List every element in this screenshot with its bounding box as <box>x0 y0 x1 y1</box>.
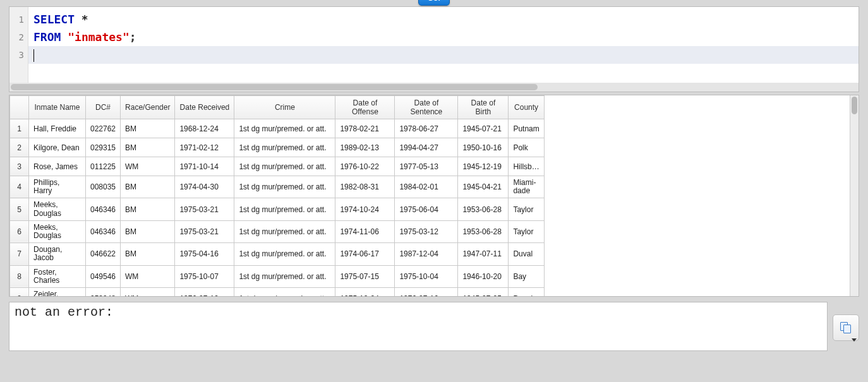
cell-dr[interactable]: 1975-10-07 <box>175 265 234 287</box>
table-row[interactable]: 9Zeigler,William053948WM1976-07-191st dg… <box>10 287 545 296</box>
cell-crime[interactable]: 1st dg mur/premed. or att. <box>234 157 335 176</box>
cell-do[interactable]: 1975-12-24 <box>335 287 395 296</box>
column-header[interactable]: Inmate Name <box>29 96 86 119</box>
cell-name[interactable]: Rose, James <box>29 157 86 176</box>
cell-db[interactable]: 1945-07-25 <box>458 287 509 296</box>
cell-dr[interactable]: 1975-04-16 <box>175 243 234 265</box>
cell-ds[interactable]: 1977-05-13 <box>395 157 458 176</box>
cell-name[interactable]: Zeigler,William <box>29 287 86 296</box>
cell-dr[interactable]: 1975-03-21 <box>175 198 234 220</box>
cell-county[interactable]: Taylor <box>509 220 544 242</box>
cell-ds[interactable]: 1984-02-01 <box>395 176 458 198</box>
cell-dr[interactable]: 1974-04-30 <box>175 176 234 198</box>
column-header[interactable]: Date Received <box>175 96 234 119</box>
cell-rg[interactable]: BM <box>121 119 175 138</box>
cell-rg[interactable]: BM <box>121 198 175 220</box>
cell-dc[interactable]: 008035 <box>86 176 121 198</box>
cell-ds[interactable]: 1978-06-27 <box>395 119 458 138</box>
cell-county[interactable]: Putnam <box>509 119 544 138</box>
cell-rg[interactable]: BM <box>121 138 175 157</box>
table-row[interactable]: 1Hall, Freddie022762BM1968-12-241st dg m… <box>10 119 545 138</box>
cell-ds[interactable]: 1987-12-04 <box>395 243 458 265</box>
cell-rg[interactable]: BM <box>121 243 175 265</box>
table-row[interactable]: 5Meeks,Douglas046346BM1975-03-211st dg m… <box>10 198 545 220</box>
cell-db[interactable]: 1953-06-28 <box>458 220 509 242</box>
cell-crime[interactable]: 1st dg mur/premed. or att. <box>234 176 335 198</box>
cell-dr[interactable]: 1976-07-19 <box>175 287 234 296</box>
cell-crime[interactable]: 1st dg mur/premed. or att. <box>234 243 335 265</box>
cell-ds[interactable]: 1975-06-04 <box>395 198 458 220</box>
cell-db[interactable]: 1950-10-16 <box>458 138 509 157</box>
cell-do[interactable]: 1989-02-13 <box>335 138 395 157</box>
cell-do[interactable]: 1976-10-22 <box>335 157 395 176</box>
cell-name[interactable]: Meeks,Douglas <box>29 198 86 220</box>
column-header[interactable]: DC# <box>86 96 121 119</box>
vertical-scrollbar[interactable] <box>850 95 859 296</box>
cell-db[interactable]: 1946-10-20 <box>458 265 509 287</box>
cell-ds[interactable]: 1994-04-27 <box>395 138 458 157</box>
table-row[interactable]: 6Meeks,Douglas046346BM1975-03-211st dg m… <box>10 220 545 242</box>
table-row[interactable]: 2Kilgore, Dean029315BM1971-02-121st dg m… <box>10 138 545 157</box>
cell-rg[interactable]: WM <box>121 287 175 296</box>
cell-do[interactable]: 1982-08-31 <box>335 176 395 198</box>
code-area[interactable]: SELECT * FROM "inmates"; <box>28 7 859 83</box>
cell-do[interactable]: 1975-07-15 <box>335 265 395 287</box>
cell-county[interactable]: Bay <box>509 265 544 287</box>
cell-county[interactable]: Hillsb… <box>509 157 544 176</box>
cell-dr[interactable]: 1971-02-12 <box>175 138 234 157</box>
cell-do[interactable]: 1974-10-24 <box>335 198 395 220</box>
cell-db[interactable]: 1947-07-11 <box>458 243 509 265</box>
cell-dr[interactable]: 1968-12-24 <box>175 119 234 138</box>
cell-name[interactable]: Meeks,Douglas <box>29 220 86 242</box>
table-row[interactable]: 8Foster,Charles049546WM1975-10-071st dg … <box>10 265 545 287</box>
cell-crime[interactable]: 1st dg mur/premed. or att. <box>234 220 335 242</box>
table-row[interactable]: 3Rose, James011225WM1971-10-141st dg mur… <box>10 157 545 176</box>
cell-dr[interactable]: 1971-10-14 <box>175 157 234 176</box>
cell-rg[interactable]: BM <box>121 220 175 242</box>
horizontal-scrollbar[interactable] <box>9 83 859 92</box>
column-header[interactable]: Race/Gender <box>121 96 175 119</box>
cell-county[interactable]: Duval <box>509 243 544 265</box>
cell-ds[interactable]: 1975-10-04 <box>395 265 458 287</box>
vertical-scroll-thumb[interactable] <box>852 97 857 114</box>
cell-db[interactable]: 1945-07-21 <box>458 119 509 138</box>
copy-button[interactable] <box>833 314 859 341</box>
column-header[interactable]: Date of Offense <box>335 96 395 119</box>
cell-dc[interactable]: 053948 <box>86 287 121 296</box>
cell-name[interactable]: Hall, Freddie <box>29 119 86 138</box>
cell-do[interactable]: 1978-02-21 <box>335 119 395 138</box>
cell-dc[interactable]: 011225 <box>86 157 121 176</box>
cell-dc[interactable]: 046346 <box>86 220 121 242</box>
row-number-header[interactable] <box>10 96 29 119</box>
horizontal-scroll-thumb[interactable] <box>11 84 538 90</box>
cell-dc[interactable]: 049546 <box>86 265 121 287</box>
cell-county[interactable]: Taylor <box>509 198 544 220</box>
cell-dc[interactable]: 029315 <box>86 138 121 157</box>
cell-name[interactable]: Foster,Charles <box>29 265 86 287</box>
cell-db[interactable]: 1945-04-21 <box>458 176 509 198</box>
cell-do[interactable]: 1974-06-17 <box>335 243 395 265</box>
run-button[interactable]: Go! <box>418 0 450 6</box>
cell-name[interactable]: Kilgore, Dean <box>29 138 86 157</box>
cell-crime[interactable]: 1st dg mur/premed. or att. <box>234 265 335 287</box>
column-header[interactable]: County <box>509 96 544 119</box>
cell-dr[interactable]: 1975-03-21 <box>175 220 234 242</box>
cell-crime[interactable]: 1st dg mur/premed. or att. <box>234 138 335 157</box>
column-header[interactable]: Date of Birth <box>458 96 509 119</box>
table-row[interactable]: 4Phillips,Harry008035BM1974-04-301st dg … <box>10 176 545 198</box>
cell-crime[interactable]: 1st dg mur/premed. or att. <box>234 119 335 138</box>
cell-ds[interactable]: 1976-07-16 <box>395 287 458 296</box>
cell-crime[interactable]: 1st dg mur/premed. or att. <box>234 198 335 220</box>
cell-do[interactable]: 1974-11-06 <box>335 220 395 242</box>
cell-dc[interactable]: 022762 <box>86 119 121 138</box>
cell-name[interactable]: Phillips,Harry <box>29 176 86 198</box>
cell-county[interactable]: Miami-dade <box>509 176 544 198</box>
cell-dc[interactable]: 046346 <box>86 198 121 220</box>
cell-dc[interactable]: 046622 <box>86 243 121 265</box>
sql-editor[interactable]: 1 2 3 SELECT * FROM "inmates"; <box>9 6 859 92</box>
cell-ds[interactable]: 1975-03-12 <box>395 220 458 242</box>
cell-db[interactable]: 1945-12-19 <box>458 157 509 176</box>
cell-name[interactable]: Dougan,Jacob <box>29 243 86 265</box>
column-header[interactable]: Crime <box>234 96 335 119</box>
cell-county[interactable]: Polk <box>509 138 544 157</box>
